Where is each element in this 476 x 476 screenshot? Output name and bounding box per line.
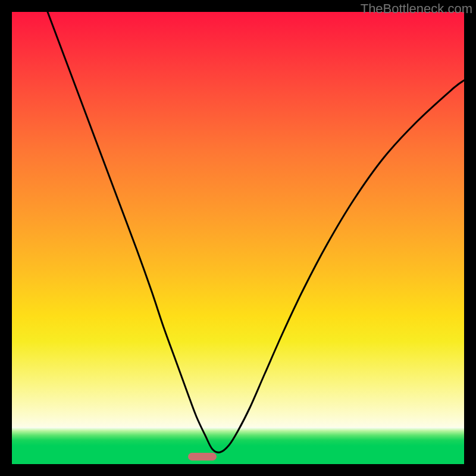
min-point-marker [188,453,217,461]
chart-frame [12,12,464,464]
plot-area [12,12,464,464]
watermark-text: TheBottleneck.com [361,1,472,17]
bottleneck-curve [12,12,464,464]
